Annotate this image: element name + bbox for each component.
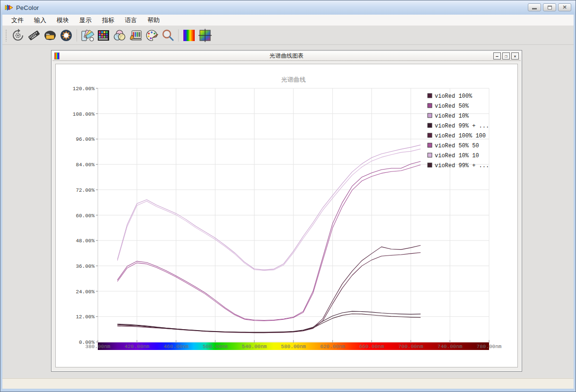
color-fan-button[interactable] bbox=[79, 27, 95, 43]
curve-vioRed-50%-50 bbox=[117, 165, 421, 321]
spectral-curve-chart: 120.00%108.00%96.00%84.00%72.00%60.00%48… bbox=[56, 64, 518, 368]
curve-vioRed-50% bbox=[117, 162, 421, 321]
x-tick-label: 580.00nm bbox=[281, 344, 306, 349]
pecolor-window: PeColor ✕ 文件 输入 模块 显示 指标 语言 帮助 bbox=[0, 0, 576, 392]
x-tick-label: 700.00nm bbox=[398, 344, 423, 349]
cmy-circles-icon bbox=[112, 28, 127, 43]
chart-window-maximize-button[interactable]: ❐ bbox=[502, 52, 510, 60]
menu-metrics[interactable]: 指标 bbox=[97, 15, 120, 26]
y-tick-label: 72.00% bbox=[76, 187, 95, 193]
status-bar bbox=[2, 378, 574, 389]
minimize-icon bbox=[532, 8, 537, 9]
chart-window-titlebar[interactable]: 光谱曲线图表 – ❐ ✕ bbox=[52, 51, 521, 61]
legend-swatch bbox=[428, 113, 432, 118]
toolbar-separator bbox=[77, 29, 77, 42]
legend-label: vioRed 99% + ... bbox=[435, 162, 489, 169]
menu-module[interactable]: 模块 bbox=[52, 15, 74, 26]
legend-label: vioRed 50% 50 bbox=[435, 143, 479, 149]
light-source-button[interactable] bbox=[58, 27, 74, 43]
legend-swatch bbox=[428, 94, 432, 98]
spectrum-strip-button[interactable] bbox=[181, 27, 197, 43]
x-tick-label: 780.00nm bbox=[477, 344, 502, 349]
menu-bar: 文件 输入 模块 显示 指标 语言 帮助 bbox=[2, 15, 574, 26]
window-maximize-button[interactable] bbox=[543, 3, 556, 11]
maximize-icon bbox=[548, 6, 552, 9]
toolbar bbox=[2, 26, 574, 45]
x-tick-label: 420.00nm bbox=[124, 344, 149, 349]
color-quadrant-button[interactable] bbox=[197, 27, 213, 43]
settings-sync-icon bbox=[11, 28, 25, 43]
x-tick-label: 380.00nm bbox=[86, 344, 111, 349]
chart-window-close-button[interactable]: ✕ bbox=[511, 52, 519, 60]
legend-swatch bbox=[428, 133, 432, 137]
x-tick-label: 620.00nm bbox=[320, 344, 345, 349]
menu-help[interactable]: 帮助 bbox=[142, 15, 165, 26]
legend-swatch bbox=[428, 163, 432, 167]
legend-label: vioRed 10% 10 bbox=[435, 153, 479, 159]
window-title: PeColor bbox=[16, 4, 39, 11]
toolbar-separator bbox=[178, 29, 179, 42]
window-close-button[interactable]: ✕ bbox=[558, 3, 571, 11]
palette-icon bbox=[145, 28, 159, 43]
legend-label: vioRed 99% + ... bbox=[435, 123, 489, 129]
menu-display[interactable]: 显示 bbox=[74, 15, 97, 26]
x-tick-label: 740.00nm bbox=[438, 344, 463, 349]
y-tick-label: 84.00% bbox=[76, 162, 95, 168]
client-area: 文件 输入 模块 显示 指标 语言 帮助 bbox=[2, 15, 574, 389]
legend-label: vioRed 10% bbox=[435, 113, 469, 119]
x-tick-label: 540.00nm bbox=[242, 344, 267, 349]
rainbow-strip-icon bbox=[182, 28, 196, 43]
y-tick-label: 96.00% bbox=[76, 136, 95, 142]
chart-window-title: 光谱曲线图表 bbox=[52, 52, 521, 60]
legend-swatch bbox=[428, 103, 432, 108]
y-tick-label: 12.00% bbox=[76, 314, 95, 320]
window-titlebar[interactable]: PeColor ✕ bbox=[0, 0, 576, 15]
chart-window-minimize-button[interactable]: – bbox=[493, 52, 501, 60]
colorimeter-icon bbox=[129, 28, 143, 43]
y-tick-label: 36.00% bbox=[76, 264, 95, 269]
legend-swatch bbox=[428, 153, 432, 157]
toolbar-grip[interactable] bbox=[5, 29, 8, 42]
x-tick-label: 500.00nm bbox=[203, 344, 228, 349]
x-tick-label: 660.00nm bbox=[359, 344, 384, 349]
menu-file[interactable]: 文件 bbox=[6, 15, 29, 26]
chart-title: 光谱曲线 bbox=[281, 76, 306, 83]
magnifier-icon bbox=[161, 28, 175, 43]
legend-label: vioRed 100% 100 bbox=[435, 133, 486, 139]
settings-sync-button[interactable] bbox=[10, 27, 26, 43]
legend-swatch bbox=[428, 123, 432, 128]
spectral-chart-window: 光谱曲线图表 – ❐ ✕ 120.00%108.00%96.00%84.00%7… bbox=[51, 50, 522, 372]
menu-input[interactable]: 输入 bbox=[29, 15, 52, 26]
menu-language[interactable]: 语言 bbox=[120, 15, 142, 26]
open-folder-button[interactable] bbox=[42, 27, 58, 43]
curve-vioRed-99%-+-... bbox=[117, 311, 421, 332]
chart-panel: 120.00%108.00%96.00%84.00%72.00%60.00%48… bbox=[55, 64, 518, 367]
pecolor-logo-icon bbox=[5, 4, 13, 11]
colorimeter-button[interactable] bbox=[128, 27, 144, 43]
window-minimize-button[interactable] bbox=[528, 3, 541, 11]
keyboard-icon bbox=[27, 28, 41, 43]
sun-settings-icon bbox=[59, 28, 73, 43]
search-button[interactable] bbox=[160, 27, 176, 43]
y-tick-label: 108.00% bbox=[73, 111, 95, 117]
legend-label: vioRed 100% bbox=[435, 93, 473, 100]
y-tick-label: 120.00% bbox=[73, 86, 95, 92]
color-grid-button[interactable] bbox=[95, 27, 112, 43]
curve-vioRed-10%-10 bbox=[117, 149, 421, 270]
y-tick-label: 48.00% bbox=[76, 238, 95, 244]
mdi-area: 光谱曲线图表 – ❐ ✕ 120.00%108.00%96.00%84.00%7… bbox=[2, 45, 574, 378]
legend-label: vioRed 50% bbox=[435, 103, 469, 110]
legend-swatch bbox=[428, 143, 432, 147]
color-quadrant-icon bbox=[198, 28, 212, 43]
palette-button[interactable] bbox=[144, 27, 160, 43]
y-tick-label: 24.00% bbox=[76, 289, 95, 295]
folder-open-icon bbox=[43, 28, 57, 43]
color-fan-icon bbox=[80, 28, 95, 43]
close-icon: ✕ bbox=[562, 5, 567, 10]
y-tick-label: 60.00% bbox=[76, 213, 95, 219]
keyboard-input-button[interactable] bbox=[26, 27, 42, 43]
cmy-circles-button[interactable] bbox=[112, 27, 128, 43]
color-grid-icon bbox=[96, 28, 111, 43]
x-tick-label: 460.00nm bbox=[163, 344, 189, 349]
